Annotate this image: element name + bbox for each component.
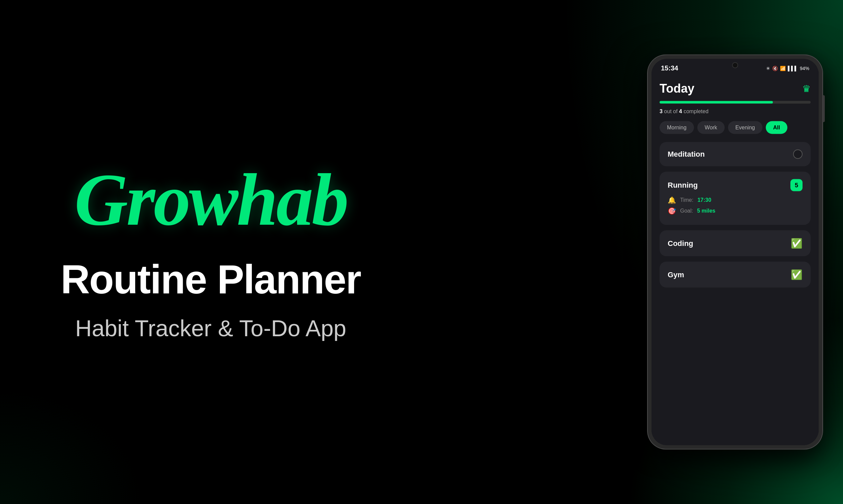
- brand-logo: Growhab: [74, 163, 347, 237]
- wifi-icon: 📶: [780, 65, 786, 71]
- tab-evening[interactable]: Evening: [728, 121, 762, 134]
- habit-name-meditation: Meditation: [668, 150, 705, 159]
- progress-text-suffix: completed: [684, 108, 708, 114]
- phone-screen: 15:34 ✳ 🔇 📶 ▌▌▌ 94% Today ♛: [652, 59, 819, 445]
- completed-count: 3: [659, 108, 663, 114]
- status-icons: ✳ 🔇 📶 ▌▌▌ 94%: [766, 65, 809, 71]
- total-count: 4: [679, 108, 682, 114]
- habit-card-meditation: Meditation: [659, 142, 811, 166]
- tab-morning[interactable]: Morning: [659, 121, 694, 134]
- habit-detail-goal-row: 🎯 Goal: 5 miles: [668, 207, 803, 215]
- today-label: Today: [659, 82, 694, 96]
- left-hero-content: Growhab Routine Planner Habit Tracker & …: [0, 0, 422, 504]
- habit-name-running: Running: [668, 181, 698, 190]
- habit-card-header-running: Running 5: [668, 179, 803, 191]
- status-time: 15:34: [661, 64, 678, 72]
- habit-card-gym: Gym ✅: [659, 262, 811, 288]
- progress-text: 3 out of 4 completed: [659, 108, 811, 114]
- goal-icon: 🎯: [668, 207, 676, 215]
- habit-check-coding[interactable]: ✅: [791, 238, 803, 249]
- app-subtitle: Habit Tracker & To-Do App: [75, 315, 346, 341]
- goal-label: Goal:: [680, 208, 693, 214]
- phone-mockup: 15:34 ✳ 🔇 📶 ▌▌▌ 94% Today ♛: [648, 55, 823, 449]
- signal-icon: ▌▌▌: [788, 65, 798, 71]
- camera-cutout: [733, 63, 738, 68]
- habit-name-coding: Coding: [668, 239, 693, 248]
- habit-detail-time-row: 🔔 Time: 17:30: [668, 196, 803, 204]
- habit-circle-meditation[interactable]: [793, 149, 803, 159]
- habit-badge-running[interactable]: 5: [790, 179, 803, 191]
- app-header: Today ♛: [659, 82, 811, 96]
- time-label: Time:: [680, 197, 693, 203]
- habit-card-header-gym: Gym ✅: [668, 269, 803, 280]
- bell-icon: 🔔: [668, 196, 676, 204]
- habit-card-header-coding: Coding ✅: [668, 238, 803, 249]
- habit-card-header-meditation: Meditation: [668, 149, 803, 159]
- bluetooth-icon: ✳: [766, 65, 770, 71]
- time-value: 17:30: [697, 197, 711, 203]
- goal-value: 5 miles: [697, 208, 715, 214]
- battery-text: 94%: [800, 65, 809, 71]
- tab-work[interactable]: Work: [697, 121, 725, 134]
- progress-bar-fill: [659, 101, 773, 104]
- habit-name-gym: Gym: [668, 270, 684, 279]
- phone-outer-shell: 15:34 ✳ 🔇 📶 ▌▌▌ 94% Today ♛: [648, 55, 823, 449]
- progress-text-prefix: out of: [664, 108, 679, 114]
- habit-card-coding: Coding ✅: [659, 231, 811, 256]
- mute-icon: 🔇: [772, 65, 778, 71]
- habit-check-gym[interactable]: ✅: [791, 269, 803, 280]
- progress-bar-container: [659, 101, 811, 104]
- app-main-content: Today ♛ 3 out of 4 completed Morning: [652, 75, 819, 445]
- filter-tabs: Morning Work Evening All: [659, 121, 811, 134]
- habit-details-running: 🔔 Time: 17:30 🎯 Goal: 5 miles: [668, 196, 803, 215]
- crown-icon[interactable]: ♛: [802, 83, 811, 94]
- app-title: Routine Planner: [61, 257, 361, 302]
- status-bar: 15:34 ✳ 🔇 📶 ▌▌▌ 94%: [652, 59, 819, 75]
- tab-all[interactable]: All: [766, 121, 787, 134]
- habit-card-running: Running 5 🔔 Time: 17:30 🎯 Goal: 5 miles: [659, 172, 811, 225]
